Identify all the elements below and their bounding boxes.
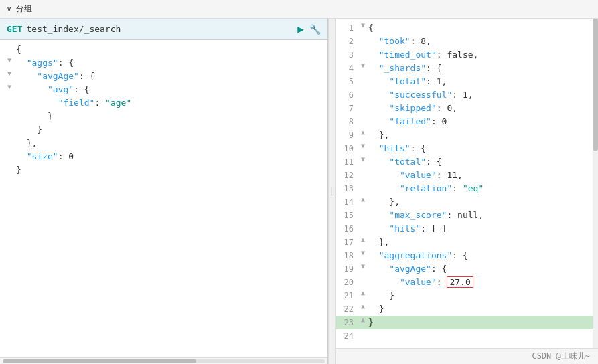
right-line: 11▼ "total": { — [336, 155, 598, 169]
left-pane: GET test_index/_search ▶ 🔧 {▼ "aggs": {▼… — [0, 19, 328, 364]
line-number: 14 — [339, 195, 358, 209]
line-number: 8 — [339, 115, 358, 128]
right-code-text: } — [368, 302, 595, 316]
right-code-text: "relation": "eq" — [368, 182, 595, 195]
right-fold-arrow[interactable]: ▲ — [361, 236, 365, 243]
right-code-text: "value": 11, — [368, 169, 595, 182]
line-number: 24 — [339, 329, 358, 343]
header-icons: ▶ 🔧 — [297, 23, 321, 35]
fold-gutter[interactable]: ▼ — [3, 56, 16, 64]
code-text: } — [16, 123, 325, 136]
code-text: "field": "age" — [16, 96, 325, 110]
right-fold-gutter[interactable]: ▼ — [358, 155, 368, 163]
line-number: 15 — [339, 209, 358, 222]
right-line: 22▲ } — [336, 302, 598, 316]
line-number: 3 — [339, 48, 358, 62]
line-number: 5 — [339, 75, 358, 88]
right-fold-arrow[interactable]: ▼ — [361, 62, 365, 69]
main-area: GET test_index/_search ▶ 🔧 {▼ "aggs": {▼… — [0, 19, 598, 364]
right-line: 23▲} — [336, 316, 598, 329]
right-fold-arrow[interactable]: ▼ — [361, 155, 365, 163]
right-fold-arrow[interactable]: ▲ — [361, 289, 365, 296]
right-fold-arrow[interactable]: ▼ — [361, 249, 365, 256]
credit-text: CSDN @土味儿~ — [532, 351, 590, 362]
code-text: "avgAge": { — [16, 70, 325, 83]
right-code-text: }, — [368, 195, 595, 209]
right-code-text: "total": 1, — [368, 75, 595, 88]
right-line: 3 "timed_out": false, — [336, 48, 598, 62]
left-scrollbar-track[interactable] — [3, 359, 325, 363]
left-header: GET test_index/_search ▶ 🔧 — [0, 19, 327, 40]
right-fold-gutter[interactable]: ▼ — [358, 62, 368, 69]
left-line: "size": 0 — [0, 150, 327, 163]
code-text: "avg": { — [16, 83, 325, 96]
play-button[interactable]: ▶ — [297, 23, 304, 35]
fold-gutter[interactable]: ▼ — [3, 83, 16, 90]
right-line: 12 "value": 11, — [336, 169, 598, 182]
right-scrollbar-thumb[interactable] — [593, 19, 598, 151]
code-text: "aggs": { — [16, 56, 325, 70]
right-fold-arrow[interactable]: ▼ — [361, 262, 365, 270]
left-line: } — [0, 123, 327, 136]
right-line: 6 "successful": 1, — [336, 88, 598, 102]
right-fold-gutter[interactable]: ▲ — [358, 128, 368, 136]
right-line: 2 "took": 8, — [336, 35, 598, 48]
right-fold-arrow[interactable]: ▲ — [361, 302, 365, 310]
line-number: 11 — [339, 155, 358, 169]
line-number: 20 — [339, 276, 358, 289]
line-number: 19 — [339, 262, 358, 276]
right-line: 1▼{ — [336, 21, 598, 35]
code-text: } — [16, 163, 325, 177]
right-fold-arrow[interactable]: ▲ — [361, 195, 365, 203]
code-text: "size": 0 — [16, 150, 325, 163]
right-line: 4▼ "_shards": { — [336, 62, 598, 75]
pane-divider[interactable]: ‖ — [328, 19, 336, 364]
right-fold-gutter[interactable]: ▲ — [358, 236, 368, 243]
right-fold-arrow[interactable]: ▼ — [361, 21, 365, 29]
fold-arrow[interactable]: ▼ — [7, 70, 11, 77]
right-fold-gutter[interactable]: ▼ — [358, 21, 368, 29]
wrench-icon[interactable]: 🔧 — [309, 24, 321, 35]
line-number: 12 — [339, 169, 358, 182]
fold-gutter[interactable]: ▼ — [3, 70, 16, 77]
right-scrollbar[interactable] — [593, 19, 598, 348]
line-number: 17 — [339, 236, 358, 249]
code-text: } — [16, 110, 325, 123]
line-number: 9 — [339, 128, 358, 142]
right-line: 21▲ } — [336, 289, 598, 302]
left-line: } — [0, 110, 327, 123]
bottom-bar: CSDN @土味儿~ — [336, 348, 598, 364]
right-line: 24 — [336, 329, 598, 343]
right-fold-gutter[interactable]: ▲ — [358, 302, 368, 310]
left-scrollbar[interactable] — [0, 357, 327, 364]
code-text: }, — [16, 136, 325, 150]
right-pane: 1▼{2 "took": 8,3 "timed_out": false,4▼ "… — [336, 19, 598, 348]
right-line: 9▲ }, — [336, 128, 598, 142]
http-method: GET — [7, 24, 22, 34]
right-fold-gutter[interactable]: ▼ — [358, 262, 368, 270]
fold-arrow[interactable]: ▼ — [7, 56, 11, 64]
left-scrollbar-thumb[interactable] — [3, 359, 196, 363]
right-fold-arrow[interactable]: ▲ — [361, 128, 365, 136]
fold-arrow[interactable]: ▼ — [7, 83, 11, 90]
right-fold-arrow[interactable]: ▼ — [361, 142, 365, 149]
line-number: 22 — [339, 302, 358, 316]
right-line: 14▲ }, — [336, 195, 598, 209]
line-number: 21 — [339, 289, 358, 302]
right-code-text: } — [368, 316, 595, 329]
right-line: 13 "relation": "eq" — [336, 182, 598, 195]
left-line: ▼ "avgAge": { — [0, 70, 327, 83]
right-code-text: "timed_out": false, — [368, 48, 595, 62]
right-fold-gutter[interactable]: ▼ — [358, 142, 368, 149]
right-fold-arrow[interactable]: ▲ — [361, 316, 365, 323]
method-url: GET test_index/_search — [7, 24, 121, 34]
right-fold-gutter[interactable]: ▼ — [358, 249, 368, 256]
right-code-text: "_shards": { — [368, 62, 595, 75]
right-fold-gutter[interactable]: ▲ — [358, 289, 368, 296]
right-line: 18▼ "aggregations": { — [336, 249, 598, 262]
highlighted-value: 27.0 — [447, 276, 473, 288]
right-fold-gutter[interactable]: ▲ — [358, 195, 368, 203]
right-code-text: "took": 8, — [368, 35, 595, 48]
right-line: 20 "value": 27.0 — [336, 276, 598, 289]
right-fold-gutter[interactable]: ▲ — [358, 316, 368, 323]
